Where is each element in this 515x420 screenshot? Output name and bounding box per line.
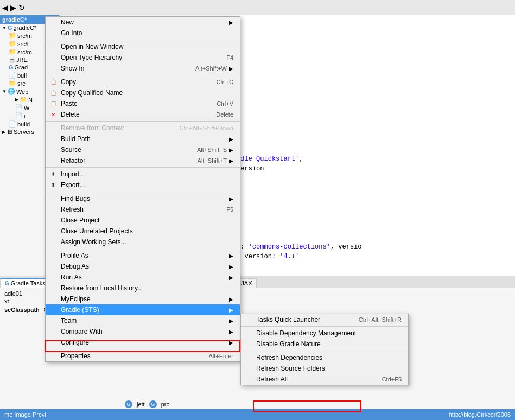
menu-item-assign-working[interactable]: Assign Working Sets...: [46, 237, 240, 247]
menu-item-label: Paste: [61, 100, 78, 107]
menu-item-debug-as[interactable]: Debug As ▶: [46, 261, 240, 272]
copy-qualified-icon: 📋: [49, 88, 58, 97]
jett-icon: G: [125, 400, 132, 408]
menu-item-go-into[interactable]: Go Into: [46, 28, 240, 39]
tree-item-label: Servers: [14, 129, 34, 135]
forward-icon[interactable]: ▶: [10, 3, 16, 12]
menu-item-label: Gradle (STS): [61, 306, 99, 314]
tree-item-label: N: [28, 97, 33, 103]
menu-item-label: Close Unrelated Projects: [61, 227, 133, 235]
menu-item-label: Export...: [61, 181, 85, 189]
submenu-item-disable-dep[interactable]: Disable Dependency Management: [241, 328, 408, 339]
shortcut-label: Ctrl+Alt+Shift+Down: [180, 125, 233, 131]
menu-item-label: Refactor: [61, 157, 85, 164]
menu-item-team[interactable]: Team ▶: [46, 315, 240, 326]
menu-separator-7: [46, 349, 240, 349]
menu-item-find-bugs[interactable]: Find Bugs ▶: [46, 193, 240, 204]
menu-item-label: Profile As: [61, 252, 88, 259]
menu-item-delete[interactable]: ✕ Delete Delete: [46, 109, 240, 120]
back-icon[interactable]: ◀: [2, 3, 8, 12]
submenu-item-label: Refresh Dependencies: [256, 354, 322, 361]
menu-item-open-window[interactable]: Open in New Window: [46, 41, 240, 52]
submenu-item-disable-nature[interactable]: Disable Gradle Nature: [241, 339, 408, 349]
tree-item-label: i: [24, 113, 25, 119]
menu-item-properties[interactable]: Properties Alt+Enter: [46, 351, 240, 361]
menu-item-configure[interactable]: Configure ▶: [46, 337, 240, 348]
menu-item-remove-context: Remove from Context Ctrl+Alt+Shift+Down: [46, 123, 240, 133]
shortcut-label: Ctrl+C: [217, 79, 233, 85]
tree-item-label: src/m: [17, 33, 32, 39]
tree-item-label: W: [24, 105, 29, 111]
submenu-arrow: ▶: [229, 196, 233, 202]
tree-item-label: buil: [17, 72, 27, 79]
submenu-item-label: Disable Dependency Management: [256, 329, 356, 337]
menu-item-new[interactable]: New ▶: [46, 17, 240, 28]
expand-icon: ▼: [2, 89, 7, 94]
submenu-arrow: ▶: [229, 296, 233, 302]
menu-item-source[interactable]: Source Alt+Shift+S ▶: [46, 144, 240, 155]
submenu-item-refresh-source[interactable]: Refresh Source Folders: [241, 363, 408, 374]
menu-item-open-hierarchy[interactable]: Open Type Hierarchy F4: [46, 52, 240, 63]
menu-item-label: Source: [61, 146, 81, 154]
expand-icon: ▶: [15, 97, 18, 102]
menu-item-compare-with[interactable]: Compare With ▶: [46, 326, 240, 337]
menu-item-close-unrelated[interactable]: Close Unrelated Projects: [46, 226, 240, 237]
menu-item-show-in[interactable]: Show In Alt+Shift+W ▶: [46, 63, 240, 74]
web-icon: 🌐: [8, 88, 15, 95]
menu-item-label: Configure: [61, 339, 89, 346]
menu-item-label: Show In: [61, 65, 84, 72]
gradle-icon: G: [9, 64, 14, 71]
shortcut-label: F4: [226, 54, 233, 61]
menu-item-label: Open Type Hierarchy: [61, 54, 122, 61]
expand-icon: ▶: [2, 130, 5, 135]
folder-icon: 📁: [9, 40, 16, 47]
menu-item-run-as[interactable]: Run As ▶: [46, 272, 240, 283]
tree-item-label: build: [17, 121, 30, 128]
menu-item-refactor[interactable]: Refactor Alt+Shift+T ▶: [46, 155, 240, 166]
menu-separator-5: [46, 192, 240, 192]
menu-item-build-path[interactable]: Build Path ▶: [46, 133, 240, 144]
menu-item-gradle-sts[interactable]: Gradle (STS) ▶: [46, 304, 240, 315]
tab-gradle-tasks[interactable]: G Gradle Tasks: [0, 278, 50, 288]
menu-item-label: MyEclipse: [61, 295, 91, 303]
menu-item-profile-as[interactable]: Profile As ▶: [46, 250, 240, 261]
shortcut-label: Delete: [216, 111, 233, 118]
menu-item-copy-qualified[interactable]: 📋 Copy Qualified Name: [46, 87, 240, 98]
submenu-item-refresh-deps[interactable]: Refresh Dependencies: [241, 352, 408, 363]
submenu-item-label: Refresh Source Folders: [256, 365, 325, 372]
shortcut-label: Alt+Shift+T: [198, 157, 227, 164]
menu-item-export[interactable]: ⬆ Export...: [46, 180, 240, 190]
tree-item-label: Grad: [15, 64, 28, 71]
menu-item-label: Properties: [61, 352, 91, 360]
submenu-item-tasks-launcher[interactable]: Tasks Quick Launcher Ctrl+Alt+Shift+R: [241, 314, 408, 325]
export-icon: ⬆: [49, 181, 58, 189]
menu-separator-2: [46, 75, 240, 75]
bottom-status-items: G jett G pro: [125, 400, 170, 408]
project-name-label: adle01: [4, 290, 22, 297]
menu-item-refresh[interactable]: Refresh F5: [46, 204, 240, 215]
tree-item-label: Web: [16, 88, 28, 95]
menu-item-restore-history[interactable]: Restore from Local History...: [46, 283, 240, 294]
submenu-item-refresh-all[interactable]: Refresh All Ctrl+F5: [241, 374, 408, 385]
toolbar: ◀ ▶ ↻: [0, 0, 515, 15]
gradle-tasks-icon: G: [5, 281, 9, 287]
tree-item-label: src: [17, 80, 26, 87]
refresh-icon[interactable]: ↻: [18, 3, 25, 12]
import-icon: ⬇: [49, 170, 58, 179]
submenu-arrow-gradient: ▶: [229, 307, 233, 313]
menu-item-close-project[interactable]: Close Project: [46, 215, 240, 226]
menu-item-label: Team: [61, 317, 77, 324]
shortcut-label: Ctrl+V: [217, 100, 233, 107]
menu-item-paste[interactable]: 📋 Paste Ctrl+V: [46, 98, 240, 109]
menu-item-copy[interactable]: 📋 Copy Ctrl+C: [46, 77, 240, 87]
menu-item-import[interactable]: ⬇ Import...: [46, 169, 240, 180]
menu-item-myeclipse[interactable]: MyEclipse ▶: [46, 294, 240, 304]
status-right: http://blog.Ctrl/cqrf2006: [449, 411, 511, 418]
jett-label: jett: [137, 401, 145, 408]
file-icon: 📄: [15, 104, 23, 111]
file-icon: 📄: [15, 112, 23, 119]
delete-icon: ✕: [49, 110, 58, 119]
status-bar: me Image Previ http://blog.Ctrl/cqrf2006: [0, 409, 515, 420]
project-icon: G: [8, 24, 12, 31]
context-menu: New ▶ Go Into Open in New Window Open Ty…: [45, 16, 240, 362]
